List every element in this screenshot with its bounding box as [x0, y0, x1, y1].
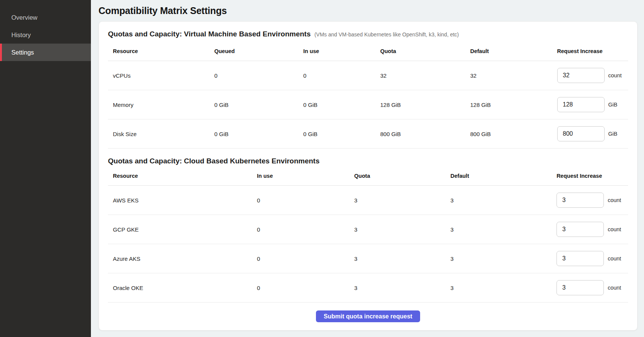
table-row: GCP GKE 0 3 3 count: [108, 215, 628, 244]
column-header-request-increase: Request Increase: [552, 165, 628, 186]
request-increase-cell: count: [552, 244, 628, 273]
unit-label: count: [608, 285, 621, 291]
unit-label: count: [608, 255, 621, 262]
in-use-value: 0: [299, 61, 375, 90]
column-header-in-use: In use: [299, 38, 375, 61]
request-increase-input[interactable]: [556, 222, 604, 237]
unit-label: count: [608, 226, 621, 232]
quota-value: 3: [349, 186, 445, 215]
resource-name: AWS EKS: [108, 186, 252, 215]
default-value: 128 GiB: [465, 90, 552, 119]
table-row: vCPUs 0 0 32 32 count: [108, 61, 628, 90]
quota-value: 3: [349, 244, 445, 273]
submit-row: Submit quota increase request: [108, 303, 628, 323]
column-header-quota: Quota: [349, 165, 445, 186]
default-value: 3: [445, 215, 552, 244]
resource-name: GCP GKE: [108, 215, 252, 244]
main-content: Compatibility Matrix Settings Quotas and…: [91, 0, 644, 337]
vm-section-title: Quotas and Capacity: Virtual Machine Bas…: [108, 30, 311, 38]
sidebar-item-overview[interactable]: Overview: [0, 9, 91, 26]
settings-card: Quotas and Capacity: Virtual Machine Bas…: [98, 21, 638, 331]
in-use-value: 0: [252, 273, 349, 303]
request-increase-input[interactable]: [556, 193, 604, 208]
resource-name: Azure AKS: [108, 244, 252, 273]
vm-section-heading: Quotas and Capacity: Virtual Machine Bas…: [108, 30, 628, 38]
resource-name: Memory: [108, 90, 209, 119]
unit-label: GiB: [608, 131, 617, 137]
table-row: AWS EKS 0 3 3 count: [108, 186, 628, 215]
page-title: Compatibility Matrix Settings: [98, 5, 638, 16]
queued-value: 0 GiB: [209, 119, 299, 149]
request-increase-input[interactable]: [557, 97, 605, 112]
column-header-quota: Quota: [375, 38, 466, 61]
column-header-default: Default: [465, 38, 552, 61]
table-row: Oracle OKE 0 3 3 count: [108, 273, 628, 303]
resource-name: vCPUs: [108, 61, 209, 90]
sidebar: Overview History Settings: [0, 0, 91, 337]
default-value: 3: [445, 273, 552, 303]
request-increase-cell: count: [552, 186, 628, 215]
request-increase-cell: count: [552, 273, 628, 303]
vm-quotas-section: Quotas and Capacity: Virtual Machine Bas…: [108, 30, 628, 149]
column-header-in-use: In use: [252, 165, 349, 186]
resource-name: Oracle OKE: [108, 273, 252, 303]
vm-section-subtitle: (VMs and VM-based Kubernetes like OpenSh…: [314, 31, 459, 38]
unit-label: GiB: [608, 102, 617, 108]
column-header-request-increase: Request Increase: [552, 38, 628, 61]
sidebar-item-settings[interactable]: Settings: [0, 44, 91, 61]
in-use-value: 0: [252, 215, 349, 244]
cloud-quotas-table: Resource In use Quota Default Request In…: [108, 165, 628, 303]
queued-value: 0: [209, 61, 299, 90]
in-use-value: 0: [252, 244, 349, 273]
request-increase-cell: count: [552, 215, 628, 244]
quota-value: 3: [349, 273, 445, 303]
request-increase-input[interactable]: [557, 68, 605, 83]
vm-quotas-table: Resource Queued In use Quota Default Req…: [108, 38, 628, 149]
default-value: 3: [445, 186, 552, 215]
cloud-table-header-row: Resource In use Quota Default Request In…: [108, 165, 628, 186]
request-increase-cell: GiB: [552, 90, 628, 119]
vm-table-header-row: Resource Queued In use Quota Default Req…: [108, 38, 628, 61]
cloud-quotas-section: Quotas and Capacity: Cloud Based Kuberne…: [108, 157, 628, 303]
in-use-value: 0 GiB: [299, 90, 375, 119]
quota-value: 32: [375, 61, 466, 90]
queued-value: 0 GiB: [209, 90, 299, 119]
column-header-default: Default: [445, 165, 552, 186]
quota-value: 800 GiB: [375, 119, 466, 149]
request-increase-input[interactable]: [556, 280, 604, 295]
table-row: Memory 0 GiB 0 GiB 128 GiB 128 GiB GiB: [108, 90, 628, 119]
default-value: 3: [445, 244, 552, 273]
request-increase-cell: GiB: [552, 119, 628, 149]
column-header-resource: Resource: [108, 38, 209, 61]
column-header-queued: Queued: [209, 38, 299, 61]
in-use-value: 0: [252, 186, 349, 215]
unit-label: count: [608, 72, 622, 78]
table-row: Azure AKS 0 3 3 count: [108, 244, 628, 273]
quota-value: 3: [349, 215, 445, 244]
default-value: 800 GiB: [465, 119, 552, 149]
submit-quota-request-button[interactable]: Submit quota increase request: [316, 310, 420, 322]
table-row: Disk Size 0 GiB 0 GiB 800 GiB 800 GiB Gi…: [108, 119, 628, 149]
cloud-section-heading: Quotas and Capacity: Cloud Based Kuberne…: [108, 157, 628, 165]
quota-value: 128 GiB: [375, 90, 466, 119]
sidebar-item-history[interactable]: History: [0, 26, 91, 44]
sidebar-nav: Overview History Settings: [0, 9, 91, 61]
request-increase-input[interactable]: [557, 126, 605, 141]
in-use-value: 0 GiB: [299, 119, 375, 149]
request-increase-input[interactable]: [556, 251, 604, 266]
resource-name: Disk Size: [108, 119, 209, 149]
request-increase-cell: count: [552, 61, 628, 90]
default-value: 32: [465, 61, 552, 90]
cloud-section-title: Quotas and Capacity: Cloud Based Kuberne…: [108, 157, 320, 165]
column-header-resource: Resource: [108, 165, 252, 186]
unit-label: count: [608, 197, 621, 203]
